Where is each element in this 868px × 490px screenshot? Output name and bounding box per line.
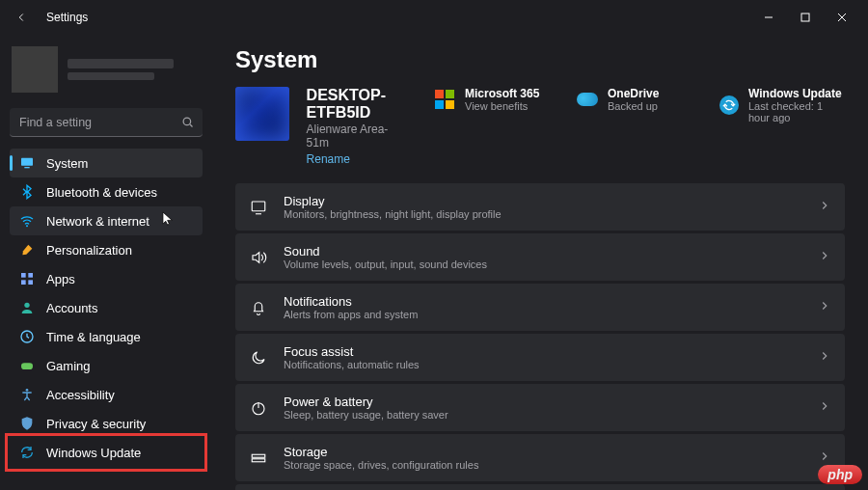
wifi-icon (19, 213, 35, 229)
maximize-button[interactable] (787, 3, 824, 32)
shield-icon (19, 416, 35, 431)
sidebar-item-time-language[interactable]: Time & language (10, 322, 203, 351)
device-info: DESKTOP-ETFB5ID Alienware Area-51m Renam… (307, 87, 399, 166)
sidebar-item-label: Windows Update (46, 446, 141, 460)
hero-title: Microsoft 365 (465, 87, 539, 100)
setting-desc: Notifications, automatic rules (284, 359, 802, 370)
sidebar-item-apps[interactable]: Apps (10, 264, 203, 293)
clock-icon (19, 329, 35, 344)
update-icon (19, 445, 35, 460)
rename-link[interactable]: Rename (307, 152, 399, 166)
sidebar-item-label: Privacy & security (46, 417, 146, 431)
apps-icon (19, 271, 35, 286)
sidebar-item-label: System (46, 156, 88, 171)
sidebar-item-label: Apps (46, 272, 75, 286)
bell-icon (249, 298, 268, 317)
sidebar-item-label: Network & internet (46, 214, 149, 229)
sidebar-item-label: Gaming (46, 359, 91, 373)
power-icon (249, 398, 268, 418)
setting-desc: Sleep, battery usage, battery saver (284, 409, 802, 421)
sidebar-item-label: Accessibility (46, 388, 115, 402)
setting-desc: Storage space, drives, configuration rul… (284, 459, 802, 471)
accessibility-icon (19, 387, 35, 402)
hero-title: Windows Update (748, 87, 845, 100)
sidebar-item-personalization[interactable]: Personalization (10, 235, 203, 264)
microsoft-icon (434, 89, 455, 110)
sidebar-item-label: Personalization (46, 243, 132, 258)
setting-title: Storage (284, 445, 802, 459)
close-button[interactable] (824, 3, 860, 32)
sidebar-item-network-internet[interactable]: Network & internet (10, 206, 203, 235)
display-icon (249, 198, 268, 217)
setting-row-sound[interactable]: SoundVolume levels, output, input, sound… (235, 233, 845, 281)
setting-row-storage[interactable]: StorageStorage space, drives, configurat… (235, 434, 845, 481)
user-name-placeholder (68, 59, 174, 68)
bluetooth-icon (19, 184, 35, 200)
setting-title: Power & battery (284, 395, 802, 409)
sound-icon (249, 248, 268, 267)
user-card[interactable] (10, 42, 203, 102)
setting-row-notifications[interactable]: NotificationsAlerts from apps and system (235, 284, 845, 331)
sidebar-item-system[interactable]: System (10, 149, 203, 177)
hero-sub: View benefits (465, 100, 539, 112)
search-wrap (10, 108, 203, 137)
setting-row-nearby-sharing[interactable]: Nearby sharing (235, 484, 845, 490)
setting-row-display[interactable]: DisplayMonitors, brightness, night light… (235, 183, 845, 231)
hero-sub: Backed up (608, 100, 659, 112)
hero-onedrive[interactable]: OneDrive Backed up (577, 87, 702, 112)
setting-row-power-battery[interactable]: Power & batterySleep, battery usage, bat… (235, 384, 845, 431)
sidebar-item-bluetooth-devices[interactable]: Bluetooth & devices (10, 177, 203, 206)
avatar (12, 46, 58, 93)
sidebar-item-label: Time & language (46, 330, 141, 344)
setting-title: Notifications (284, 294, 802, 309)
chevron-right-icon (818, 199, 831, 215)
svg-rect-16 (801, 14, 809, 21)
person-icon (19, 300, 35, 315)
sidebar-item-accounts[interactable]: Accounts (10, 293, 203, 322)
search-input[interactable] (10, 108, 203, 137)
sidebar-item-label: Bluetooth & devices (46, 185, 157, 200)
setting-title: Sound (284, 244, 802, 259)
sidebar-item-windows-update[interactable]: Windows Update (10, 438, 203, 467)
hero-windows-update[interactable]: Windows Update Last checked: 1 hour ago (719, 87, 845, 123)
cloud-icon (577, 89, 598, 110)
minimize-button[interactable] (750, 3, 787, 32)
main-content: System DESKTOP-ETFB5ID Alienware Area-51… (212, 35, 868, 490)
setting-title: Focus assist (284, 344, 802, 359)
setting-desc: Alerts from apps and system (284, 309, 802, 320)
page-title: System (235, 46, 845, 73)
user-email-placeholder (68, 72, 154, 80)
gamepad-icon (19, 358, 35, 373)
sidebar-item-gaming[interactable]: Gaming (10, 351, 203, 380)
hero-title: OneDrive (608, 87, 659, 100)
window-title: Settings (46, 11, 88, 24)
hero-microsoft365[interactable]: Microsoft 365 View benefits (434, 87, 559, 112)
hero-sub: Last checked: 1 hour ago (748, 100, 845, 123)
moon-icon (249, 348, 268, 368)
device-name: DESKTOP-ETFB5ID (307, 87, 399, 122)
chevron-right-icon (818, 299, 831, 315)
settings-list: DisplayMonitors, brightness, night light… (235, 183, 845, 490)
back-button[interactable] (8, 4, 35, 31)
sidebar: SystemBluetooth & devicesNetwork & inter… (0, 35, 212, 490)
chevron-right-icon (818, 349, 831, 366)
sidebar-item-label: Accounts (46, 301, 97, 315)
watermark: php (818, 465, 862, 484)
window-controls (750, 3, 860, 32)
sidebar-item-accessibility[interactable]: Accessibility (10, 380, 203, 409)
search-icon (180, 115, 195, 132)
update-icon (719, 95, 739, 116)
title-bar: Settings (0, 0, 868, 35)
sidebar-item-privacy-security[interactable]: Privacy & security (10, 409, 203, 438)
nav-list: SystemBluetooth & devicesNetwork & inter… (10, 149, 203, 467)
chevron-right-icon (818, 249, 831, 265)
chevron-right-icon (818, 449, 831, 466)
hero-row: DESKTOP-ETFB5ID Alienware Area-51m Renam… (235, 87, 845, 166)
device-image (235, 87, 289, 141)
device-model: Alienware Area-51m (307, 122, 399, 150)
setting-title: Display (284, 194, 802, 208)
brush-icon (19, 242, 35, 258)
back-icon (14, 11, 28, 24)
setting-desc: Monitors, brightness, night light, displ… (284, 208, 802, 220)
setting-row-focus-assist[interactable]: Focus assistNotifications, automatic rul… (235, 334, 845, 381)
